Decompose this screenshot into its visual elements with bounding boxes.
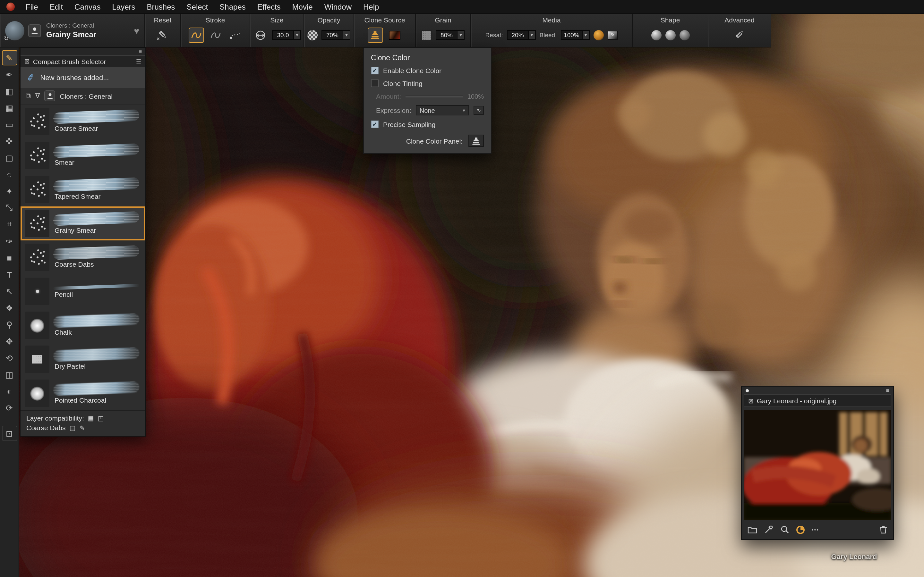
filter-funnel-icon[interactable]: ∇ (35, 92, 40, 100)
clone-source-image[interactable] (744, 410, 891, 520)
stack-icon[interactable]: ⧉ (26, 92, 31, 100)
dotted-stroke-button[interactable] (227, 27, 242, 43)
tool-paper-selector[interactable]: ▦ (2, 100, 17, 115)
tool-brush[interactable]: ✎ (2, 50, 17, 65)
size-field[interactable]: 30.0 ▾ (272, 30, 301, 40)
more-options-icon[interactable]: ••• (812, 527, 819, 532)
tool-rotate[interactable]: ⟳ (2, 400, 17, 416)
brush-item-pointed-charcoal[interactable]: Pointed Charcoal (21, 376, 145, 410)
brush-dab-preview-icon[interactable]: ↻ (5, 21, 24, 40)
resat-dropdown-icon[interactable]: ▾ (529, 30, 536, 40)
advanced-brush-button[interactable]: ✐ (732, 27, 747, 43)
favorite-heart-icon[interactable]: ♥ (134, 25, 139, 35)
menu-canvas[interactable]: Canvas (69, 2, 106, 11)
brush-item-coarse-dabs[interactable]: Coarse Dabs (21, 240, 145, 274)
enable-clone-color-checkbox[interactable] (371, 67, 379, 74)
tool-transform[interactable]: ⤡ (2, 200, 17, 215)
tool-pen[interactable]: ✑ (2, 234, 17, 249)
straight-stroke-button[interactable] (208, 27, 223, 43)
clone-source-grip[interactable]: ≡ (742, 387, 893, 394)
brush-item-grainy-smear[interactable]: Grainy Smear (21, 206, 145, 240)
menu-window[interactable]: Window (318, 2, 357, 11)
open-source-folder-icon[interactable] (748, 525, 757, 534)
clone-source-image-button[interactable] (387, 27, 402, 43)
source-dropper-icon[interactable] (764, 525, 773, 534)
brush-item-pencil[interactable]: Pencil (21, 274, 145, 308)
brush-panel-grip[interactable]: ≡ (21, 48, 145, 55)
tracing-paper-toggle-icon[interactable] (796, 525, 804, 534)
brush-item-tapered-smear[interactable]: Tapered Smear (21, 172, 145, 206)
clone-source-close-icon[interactable]: ⊠ (748, 397, 754, 404)
bleed-dropdown-icon[interactable]: ▾ (582, 30, 590, 40)
tool-magic-wand[interactable]: ✦ (2, 183, 17, 199)
tool-crop[interactable]: ⌗ (2, 217, 17, 232)
grain-field[interactable]: 80% ▾ (436, 30, 465, 40)
tool-magnifier[interactable]: ⚲ (2, 317, 17, 332)
menu-layers[interactable]: Layers (106, 2, 141, 11)
reset-brush-button[interactable]: ✎✕ (155, 27, 170, 43)
tool-navigator[interactable]: ⊡ (2, 426, 17, 441)
media-color-icon[interactable] (593, 30, 604, 40)
bleed-value[interactable]: 100% (561, 30, 582, 40)
shape-soft-sphere-icon[interactable] (679, 30, 690, 40)
menu-movie[interactable]: Movie (286, 2, 318, 11)
shape-dotted-sphere-icon[interactable] (665, 30, 675, 40)
menu-effects[interactable]: Effects (252, 2, 286, 11)
tool-dropper[interactable]: ✒ (2, 67, 17, 82)
tool-grabber[interactable]: ✥ (2, 334, 17, 349)
tool-layer-adjuster[interactable]: ✜ (2, 133, 17, 149)
brush-name: Pencil (53, 290, 139, 298)
tool-divine-proportion[interactable]: ◫ (2, 367, 17, 382)
section-shape: Shape (633, 14, 708, 47)
tool-rect-shape[interactable]: ■ (2, 250, 17, 266)
menu-select[interactable]: Select (181, 2, 214, 11)
tool-kaleidoscope[interactable]: ◐ (2, 384, 17, 399)
opacity-field[interactable]: 70% ▾ (321, 30, 351, 40)
precise-sampling-checkbox[interactable] (371, 121, 379, 128)
tool-lasso[interactable]: ◌ (2, 167, 17, 182)
expression-select[interactable]: None ▾ (416, 105, 469, 115)
clone-color-panel-button[interactable] (468, 135, 484, 147)
resat-value[interactable]: 20% (507, 30, 529, 40)
freehand-stroke-button[interactable] (188, 27, 204, 43)
tool-shape-select[interactable]: ↖ (2, 284, 17, 299)
brush-panel-menu-icon[interactable]: ☰ (136, 58, 141, 64)
bleed-field[interactable]: 100% ▾ (561, 30, 590, 40)
brush-item-chalk[interactable]: Chalk (21, 308, 145, 342)
tool-paint-bucket[interactable]: ◧ (2, 83, 17, 99)
menu-shapes[interactable]: Shapes (214, 2, 251, 11)
brush-item-coarse-smear[interactable]: Coarse Smear (21, 105, 145, 139)
clone-tinting-checkbox[interactable] (371, 79, 379, 87)
brush-item-dry-pastel[interactable]: Dry Pastel (21, 342, 145, 376)
shape-sphere-icon[interactable] (651, 30, 661, 40)
menu-file[interactable]: File (20, 2, 44, 11)
size-dropdown-icon[interactable]: ▾ (294, 30, 301, 40)
brush-category-row[interactable]: ⧉ ∇ Cloners : General (21, 88, 145, 105)
tool-rect-select[interactable]: ▢ (2, 150, 17, 165)
tool-eraser[interactable]: ▭ (2, 117, 17, 132)
size-reset-icon[interactable] (253, 27, 268, 43)
grain-dropdown-icon[interactable]: ▾ (457, 30, 465, 40)
opacity-dropdown-icon[interactable]: ▾ (343, 30, 351, 40)
brush-selector-block[interactable]: ↻ Cloners : General Grainy Smear ♥ (0, 14, 145, 47)
grain-value[interactable]: 80% (436, 30, 457, 40)
media-gradient-pen-icon[interactable]: ✎ (607, 31, 618, 39)
menu-brushes[interactable]: Brushes (141, 2, 181, 11)
resat-field[interactable]: 20% ▾ (507, 30, 536, 40)
expression-settings-icon[interactable]: ∿ (473, 106, 484, 115)
tool-text[interactable]: T (2, 267, 17, 282)
opacity-value[interactable]: 70% (321, 30, 343, 40)
tool-rotate-page[interactable]: ⟲ (2, 350, 17, 366)
menu-edit[interactable]: Edit (44, 2, 69, 11)
menu-help[interactable]: Help (357, 2, 384, 11)
new-brushes-notification[interactable]: ✐ New brushes added... (21, 67, 145, 88)
delete-source-trash-icon[interactable] (879, 525, 887, 534)
clone-color-button[interactable] (367, 27, 383, 43)
brush-item-smear[interactable]: Smear (21, 139, 145, 172)
tool-mirror-painting[interactable]: ❖ (2, 300, 17, 316)
size-value[interactable]: 30.0 (272, 30, 294, 40)
brush-panel-close-icon[interactable]: ⊠ (24, 58, 30, 65)
amount-slider[interactable] (405, 95, 463, 97)
clone-source-titlebar[interactable]: ⊠ Gary Leonard - original.jpg (744, 394, 891, 407)
source-magnifier-icon[interactable] (780, 525, 789, 534)
